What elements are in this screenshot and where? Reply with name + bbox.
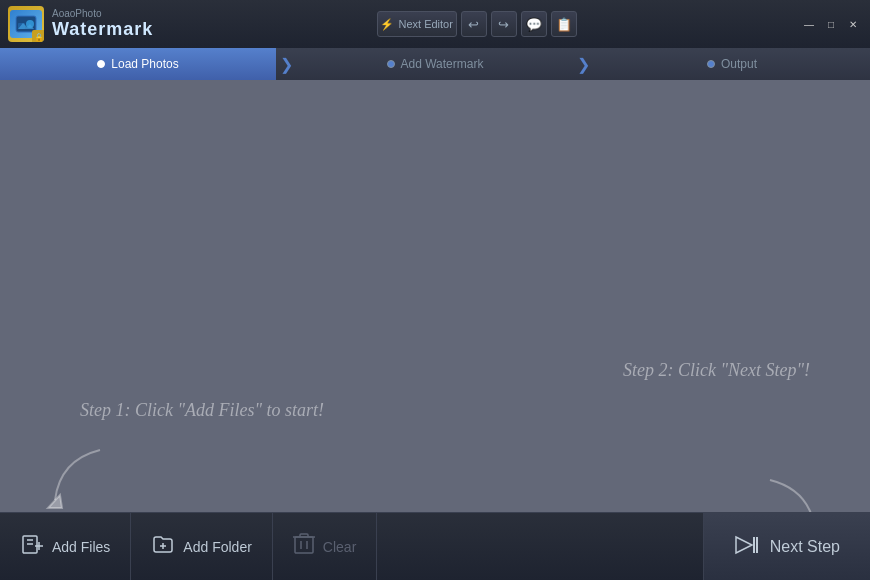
bottom-bar: Add Files Add Folder Clear — [0, 512, 870, 580]
step-label-output: Output — [721, 57, 757, 71]
arrow-add-files — [40, 440, 120, 512]
clear-label: Clear — [323, 539, 356, 555]
next-editor-button[interactable]: ⚡ Next Editor — [377, 11, 457, 37]
add-folder-label: Add Folder — [183, 539, 251, 555]
svg-marker-17 — [736, 537, 752, 553]
app-icon-area: 🔒 AoaoPhoto Watermark — [8, 6, 153, 42]
step-load-photos[interactable]: Load Photos — [0, 48, 276, 80]
clipboard-button[interactable]: 📋 — [551, 11, 577, 37]
step-output[interactable]: Output — [594, 48, 870, 80]
maximize-button[interactable]: □ — [822, 15, 840, 33]
add-files-icon — [20, 532, 44, 561]
add-files-label: Add Files — [52, 539, 110, 555]
step-dot-output — [707, 60, 715, 68]
undo-button[interactable]: ↩ — [461, 11, 487, 37]
svg-rect-13 — [295, 537, 313, 553]
add-files-button[interactable]: Add Files — [0, 513, 131, 580]
main-area: Step 1: Click "Add Files" to start! Step… — [0, 80, 870, 512]
app-name: Watermark — [52, 19, 153, 40]
window-controls: — □ ✕ — [800, 15, 862, 33]
minimize-button[interactable]: — — [800, 15, 818, 33]
app-logo-lock: 🔒 — [32, 30, 44, 42]
clear-button[interactable]: Clear — [273, 513, 377, 580]
close-button[interactable]: ✕ — [844, 15, 862, 33]
hint-step1: Step 1: Click "Add Files" to start! — [80, 400, 324, 421]
add-folder-button[interactable]: Add Folder — [131, 513, 272, 580]
next-step-button[interactable]: Next Step — [703, 513, 870, 580]
redo-button[interactable]: ↪ — [491, 11, 517, 37]
step-dot-watermark — [387, 60, 395, 68]
steps-bar: Load Photos ❯ Add Watermark ❯ Output — [0, 48, 870, 80]
next-editor-icon: ⚡ — [380, 18, 394, 31]
step-label-watermark: Add Watermark — [401, 57, 484, 71]
arrow-next-step — [750, 470, 830, 512]
step-add-watermark[interactable]: Add Watermark — [297, 48, 573, 80]
toolbar-center: ⚡ Next Editor ↩ ↪ 💬 📋 — [377, 11, 577, 37]
step-label-load: Load Photos — [111, 57, 178, 71]
step-arrow-2: ❯ — [573, 48, 594, 80]
chat-button[interactable]: 💬 — [521, 11, 547, 37]
step-dot-load — [97, 60, 105, 68]
title-bar: 🔒 AoaoPhoto Watermark ⚡ Next Editor ↩ ↪ … — [0, 0, 870, 48]
next-step-label: Next Step — [770, 538, 840, 556]
step-arrow-1: ❯ — [276, 48, 297, 80]
app-logo: 🔒 — [8, 6, 44, 42]
add-folder-icon — [151, 532, 175, 561]
next-step-icon — [734, 535, 760, 559]
app-title-area: AoaoPhoto Watermark — [52, 8, 153, 40]
app-subtitle: AoaoPhoto — [52, 8, 153, 19]
clear-icon — [293, 532, 315, 561]
hint-step2: Step 2: Click "Next Step"! — [623, 360, 810, 381]
